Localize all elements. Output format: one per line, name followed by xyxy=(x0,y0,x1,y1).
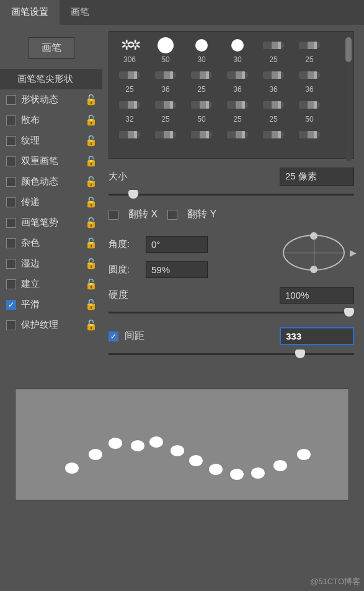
category-item[interactable]: 画笔笔势🔓 xyxy=(0,212,102,233)
stroke-preview xyxy=(15,389,349,500)
category-item[interactable]: 形状动态🔓 xyxy=(0,89,102,110)
lock-icon[interactable]: 🔓 xyxy=(85,237,97,249)
category-item[interactable]: 传递🔓 xyxy=(0,192,102,212)
preview-dot xyxy=(171,445,184,456)
brush-swatch[interactable]: 50 xyxy=(186,96,217,124)
category-checkbox[interactable] xyxy=(6,259,16,269)
category-checkbox[interactable] xyxy=(6,238,16,248)
brush-swatch[interactable]: 32 xyxy=(114,96,145,124)
preview-dot xyxy=(189,455,203,466)
brush-swatch[interactable]: 36 xyxy=(258,66,289,94)
category-item[interactable]: 杂色🔓 xyxy=(0,233,102,253)
brush-swatch[interactable]: 25 xyxy=(258,96,289,124)
category-label: 传递 xyxy=(21,196,40,208)
brush-swatch[interactable]: 25 xyxy=(294,37,325,64)
brush-swatch[interactable]: 50 xyxy=(294,96,325,124)
category-item[interactable]: 湿边🔓 xyxy=(0,253,102,274)
category-item[interactable]: 纹理🔓 xyxy=(0,130,102,151)
sidebar: 画笔 画笔笔尖形状 形状动态🔓散布🔓纹理🔓双重画笔🔓颜色动态🔓传递🔓画笔笔势🔓杂… xyxy=(0,25,102,366)
preview-dot xyxy=(109,438,122,449)
tab-brush[interactable]: 画笔 xyxy=(60,0,100,25)
category-item[interactable]: 平滑🔓 xyxy=(0,294,102,315)
size-label: 大小 xyxy=(109,171,140,183)
category-label: 纹理 xyxy=(21,135,40,147)
category-item[interactable]: 建立🔓 xyxy=(0,274,102,294)
tab-brush-settings[interactable]: 画笔设置 xyxy=(0,0,60,25)
spacing-input[interactable]: 333 xyxy=(280,327,354,345)
category-item[interactable]: 双重画笔🔓 xyxy=(0,151,102,171)
category-label: 双重画笔 xyxy=(21,155,58,167)
spacing-checkbox[interactable] xyxy=(109,332,118,341)
category-checkbox[interactable] xyxy=(6,136,16,146)
category-checkbox[interactable] xyxy=(6,197,16,207)
lock-icon[interactable]: 🔓 xyxy=(85,114,97,126)
brush-swatch[interactable] xyxy=(222,126,253,153)
brush-swatch[interactable]: 30 xyxy=(186,37,217,64)
lock-icon[interactable]: 🔓 xyxy=(85,155,97,167)
flip-y-checkbox[interactable] xyxy=(167,210,177,220)
brush-swatch[interactable] xyxy=(294,126,325,153)
brush-swatch[interactable]: 50 xyxy=(150,37,181,64)
category-tip-shape[interactable]: 画笔笔尖形状 xyxy=(0,69,102,89)
category-label: 杂色 xyxy=(21,237,40,249)
brush-swatch[interactable]: 36 xyxy=(294,66,325,94)
brush-swatch[interactable]: ✲✲306 xyxy=(114,37,145,64)
category-checkbox[interactable] xyxy=(6,300,16,310)
category-label: 形状动态 xyxy=(21,94,58,106)
category-label: 湿边 xyxy=(21,258,40,269)
watermark: @51CTO博客 xyxy=(310,576,360,587)
brush-swatch[interactable]: 36 xyxy=(222,66,253,94)
lock-icon[interactable]: 🔓 xyxy=(85,299,97,310)
preview-dot xyxy=(297,449,311,460)
lock-icon[interactable]: 🔓 xyxy=(85,135,97,147)
category-label: 散布 xyxy=(21,114,40,126)
brush-swatch[interactable]: 30 xyxy=(222,37,253,64)
brush-swatch[interactable]: 25 xyxy=(114,66,145,94)
brush-swatch[interactable] xyxy=(114,126,145,153)
roundness-input[interactable]: 59% xyxy=(146,261,208,278)
lock-icon[interactable]: 🔓 xyxy=(85,217,97,228)
roundness-label: 圆度: xyxy=(109,264,140,276)
brush-swatch[interactable] xyxy=(186,126,217,153)
angle-input[interactable]: 0° xyxy=(146,236,208,253)
size-input[interactable]: 25 像素 xyxy=(280,168,354,186)
flip-x-checkbox[interactable] xyxy=(109,210,118,220)
preview-dot xyxy=(273,460,287,471)
brush-swatch[interactable] xyxy=(150,126,181,153)
hardness-slider[interactable] xyxy=(109,307,354,318)
category-item[interactable]: 散布🔓 xyxy=(0,110,102,130)
category-item[interactable]: 颜色动态🔓 xyxy=(0,171,102,192)
lock-icon[interactable]: 🔓 xyxy=(85,258,97,269)
category-checkbox[interactable] xyxy=(6,279,16,289)
swatch-scrollbar[interactable] xyxy=(345,37,352,161)
category-checkbox[interactable] xyxy=(6,156,16,166)
lock-icon[interactable]: 🔓 xyxy=(85,196,97,208)
category-item[interactable]: 保护纹理🔓 xyxy=(0,315,102,335)
lock-icon[interactable]: 🔓 xyxy=(85,278,97,290)
category-label: 画笔笔势 xyxy=(21,217,58,228)
category-checkbox[interactable] xyxy=(6,95,16,105)
category-checkbox[interactable] xyxy=(6,177,16,187)
preview-dot xyxy=(149,436,163,448)
hardness-input[interactable]: 100% xyxy=(280,287,354,304)
brush-swatches: ✲✲306 50 30 30 25 25 25 36 25 36 36 36 3… xyxy=(109,31,354,159)
category-checkbox[interactable] xyxy=(6,115,16,125)
lock-icon[interactable]: 🔓 xyxy=(85,94,97,106)
lock-icon[interactable]: 🔓 xyxy=(85,176,97,187)
category-checkbox[interactable] xyxy=(6,218,16,228)
size-slider[interactable] xyxy=(109,189,354,201)
preview-dot xyxy=(251,467,265,479)
preview-dot xyxy=(209,464,223,475)
category-checkbox[interactable] xyxy=(6,320,16,330)
brush-swatch[interactable] xyxy=(258,126,289,153)
lock-icon[interactable]: 🔓 xyxy=(85,319,97,331)
spacing-slider[interactable] xyxy=(109,349,354,360)
brush-button[interactable]: 画笔 xyxy=(29,37,74,59)
brush-swatch[interactable]: 25 xyxy=(186,66,217,94)
brush-swatch[interactable]: 25 xyxy=(258,37,289,64)
brush-swatch[interactable]: 36 xyxy=(150,66,181,94)
brush-swatch[interactable]: 25 xyxy=(222,96,253,124)
brush-swatch[interactable]: 25 xyxy=(150,96,181,124)
angle-widget[interactable]: ▶ xyxy=(273,227,354,278)
category-label: 颜色动态 xyxy=(21,176,58,187)
